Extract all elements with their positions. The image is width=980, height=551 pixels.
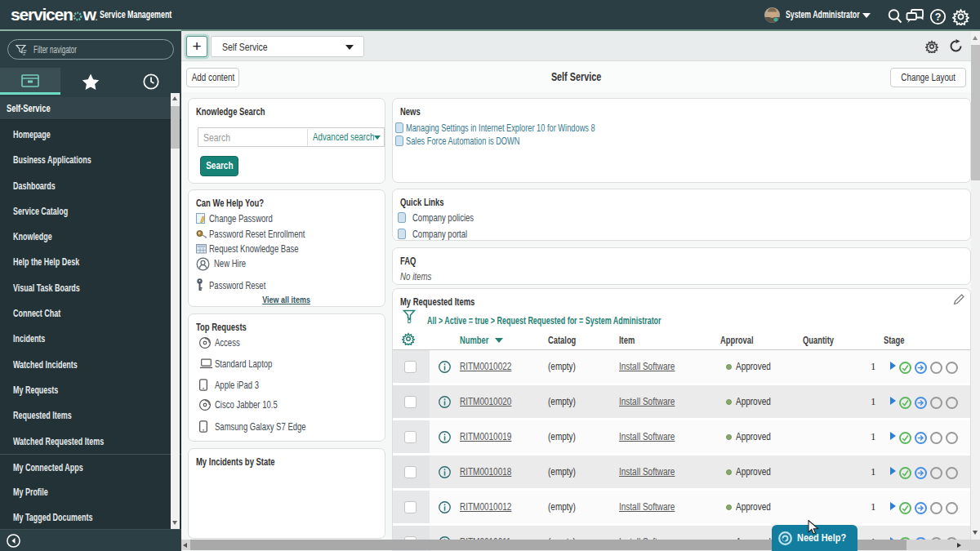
svg-text:?: ? — [935, 11, 942, 23]
svg-text:D: D — [408, 318, 412, 324]
